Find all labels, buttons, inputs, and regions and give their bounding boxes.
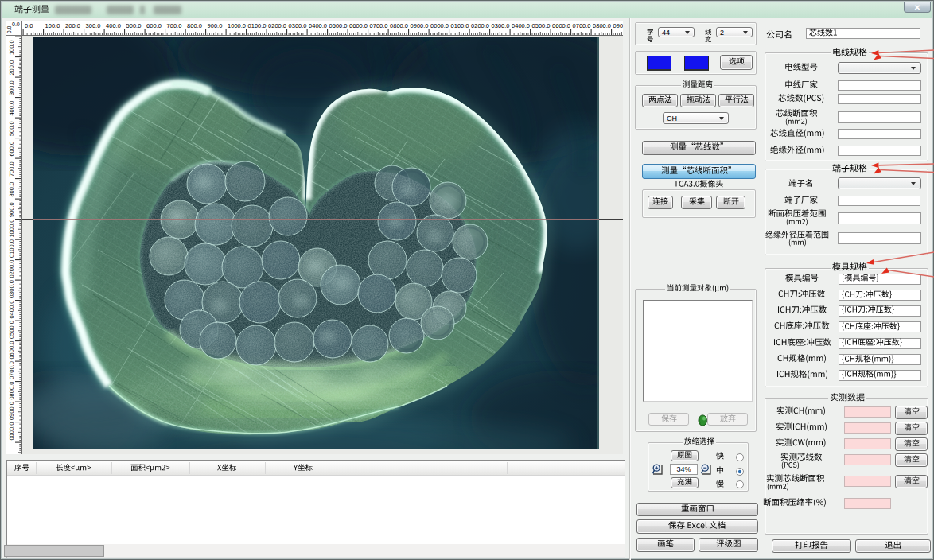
svg-text:900.0: 900.0 [208,22,223,29]
svg-text:0700.0: 0700.0 [370,22,388,29]
svg-text:0800.0: 0800.0 [8,382,15,400]
svg-text:0600.0: 0600.0 [349,22,368,29]
svg-text:0100.0: 0100.0 [8,239,15,258]
svg-text:0200.0: 0200.0 [471,22,489,29]
svg-text:1000.0: 1000.0 [8,220,15,238]
svg-text:100.0: 100.0 [8,40,15,55]
svg-text:200.0: 200.0 [65,22,80,29]
svg-text:0700.0: 0700.0 [573,22,591,29]
svg-text:1000.0: 1000.0 [228,22,246,29]
svg-text:0500.0: 0500.0 [532,22,551,29]
svg-text:0800.0: 0800.0 [593,22,611,29]
svg-text:0600.0: 0600.0 [552,22,570,29]
svg-text:0400.0: 0400.0 [8,301,15,319]
svg-text:0900.0: 0900.0 [411,22,429,29]
svg-text:400.0: 400.0 [106,22,121,29]
svg-text:100.0: 100.0 [45,22,60,29]
svg-text:0900.0: 0900.0 [613,22,623,29]
svg-text:0200.0: 0200.0 [8,260,15,278]
svg-text:0400.0: 0400.0 [512,22,530,29]
svg-text:0600.0: 0600.0 [8,341,15,360]
svg-text:0800.0: 0800.0 [390,22,408,29]
svg-text:0.0: 0.0 [25,22,33,29]
svg-text:300.0: 300.0 [86,22,101,29]
svg-text:0400.0: 0400.0 [309,22,327,29]
svg-text:200.0: 200.0 [8,60,15,76]
svg-text:0300.0: 0300.0 [289,22,307,29]
svg-text:0000.0: 0000.0 [430,22,449,29]
svg-text:500.0: 500.0 [126,22,142,29]
svg-text:0500.0: 0500.0 [8,321,15,339]
svg-text:0100.0: 0100.0 [451,22,469,29]
svg-text:0100.0: 0100.0 [248,22,267,29]
svg-text:0000.0: 0000.0 [8,422,15,441]
svg-text:0300.0: 0300.0 [8,280,15,298]
svg-text:700.0: 700.0 [8,161,15,177]
svg-text:400.0: 400.0 [8,101,15,116]
svg-text:800.0: 800.0 [187,22,202,29]
svg-text:900.0: 900.0 [8,202,15,217]
svg-text:600.0: 600.0 [146,22,162,29]
svg-text:0300.0: 0300.0 [492,22,510,29]
svg-text:500.0: 500.0 [8,121,15,136]
svg-text:0900.0: 0900.0 [8,402,15,420]
svg-text:600.0: 600.0 [8,142,15,157]
svg-text:300.0: 300.0 [8,80,15,95]
svg-text:0500.0: 0500.0 [329,22,348,29]
svg-text:0200.0: 0200.0 [268,22,286,29]
svg-text:700.0: 700.0 [167,22,182,29]
svg-text:0700.0: 0700.0 [8,361,15,379]
svg-text:800.0: 800.0 [8,182,15,197]
